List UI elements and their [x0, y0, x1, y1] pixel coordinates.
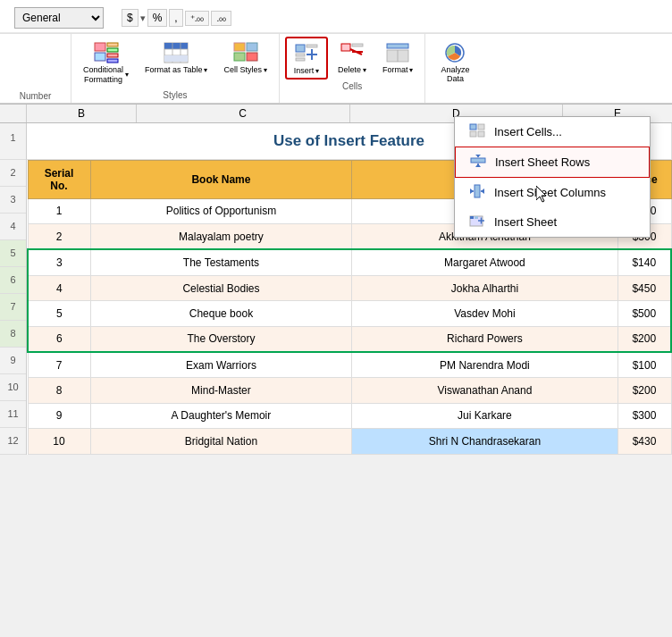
- analyze-data-icon: [441, 40, 469, 65]
- insert-button[interactable]: Insert▾: [285, 37, 328, 80]
- svg-rect-34: [478, 131, 484, 137]
- cell-price-5[interactable]: $500: [617, 301, 671, 326]
- row-num-4: 6: [0, 267, 26, 294]
- svg-rect-1: [95, 53, 105, 61]
- cell-book-2[interactable]: Malayalam poetry: [90, 223, 352, 249]
- cell-price-3[interactable]: $140: [617, 249, 671, 275]
- delete-label: Delete▾: [338, 65, 366, 74]
- svg-rect-23: [341, 44, 350, 51]
- cell-price-10[interactable]: $430: [617, 429, 671, 454]
- col-header-c[interactable]: C: [137, 105, 350, 122]
- svg-rect-24: [352, 44, 363, 46]
- format-icon: [383, 40, 412, 65]
- table-row: 8 Mind-Master Viswanathan Anand $200: [28, 378, 671, 403]
- analyze-data-button[interactable]: AnalyzeData: [434, 37, 475, 87]
- decrease-decimal-button[interactable]: ⁺.₀₀: [185, 11, 210, 26]
- cell-author-3[interactable]: Margaret Atwood: [352, 249, 617, 275]
- svg-marker-39: [475, 163, 481, 167]
- cell-serial-2[interactable]: 2: [28, 223, 90, 249]
- table-row: 6 The Overstory Richard Powers $200: [28, 326, 671, 352]
- cell-author-4[interactable]: Jokha Alharthi: [352, 275, 617, 300]
- cell-book-7[interactable]: Exam Warriors: [90, 352, 352, 378]
- cell-book-3[interactable]: The Testaments: [90, 249, 352, 275]
- conditional-formatting-button[interactable]: ConditionalFormatting▾: [77, 37, 135, 88]
- row-num-header: 2: [0, 160, 26, 187]
- row-num-7: 9: [0, 348, 26, 374]
- svg-rect-12: [164, 55, 188, 62]
- format-as-table-icon: [162, 40, 190, 65]
- svg-rect-7: [164, 43, 188, 49]
- cell-author-10[interactable]: Shri N Chandrasekaran: [352, 429, 617, 454]
- cell-book-8[interactable]: Mind-Master: [90, 378, 352, 403]
- format-button[interactable]: Format▾: [376, 37, 420, 78]
- cell-serial-10[interactable]: 10: [28, 429, 90, 454]
- number-format-row: $ ▾ % , ⁺.₀₀ .₀₀: [122, 9, 231, 27]
- font-format-selector[interactable]: General: [14, 7, 104, 29]
- format-as-table-button[interactable]: Format as Table▾: [139, 37, 214, 79]
- cell-serial-8[interactable]: 8: [28, 378, 90, 403]
- cell-author-5[interactable]: Vasdev Mohi: [352, 301, 617, 326]
- cell-author-7[interactable]: PM Narendra Modi: [352, 352, 617, 378]
- format-as-table-label: Format as Table▾: [145, 65, 207, 75]
- cell-serial-7[interactable]: 7: [28, 352, 90, 378]
- svg-rect-5: [107, 59, 118, 63]
- svg-marker-44: [481, 189, 484, 194]
- currency-button[interactable]: $: [122, 9, 139, 27]
- insert-label: Insert▾: [294, 66, 320, 75]
- header-serial: Serial No.: [28, 160, 90, 198]
- row-num-8: 10: [0, 374, 26, 401]
- cell-book-9[interactable]: A Daughter's Memoir: [90, 403, 352, 428]
- cell-serial-4[interactable]: 4: [28, 275, 90, 300]
- svg-rect-0: [95, 43, 105, 51]
- row-num-2: 4: [0, 214, 26, 240]
- cell-serial-5[interactable]: 5: [28, 301, 90, 326]
- cell-author-6[interactable]: Richard Powers: [352, 326, 617, 352]
- insert-cells-item[interactable]: Insert Cells...: [455, 117, 650, 147]
- svg-rect-47: [475, 216, 478, 219]
- styles-buttons: ConditionalFormatting▾: [77, 37, 273, 88]
- cell-price-9[interactable]: $300: [617, 403, 671, 428]
- cell-price-7[interactable]: $100: [617, 352, 671, 378]
- cell-author-8[interactable]: Viswanathan Anand: [352, 378, 617, 403]
- svg-rect-18: [307, 45, 317, 47]
- cell-author-9[interactable]: Jui Karkare: [352, 403, 617, 428]
- comma-button[interactable]: ,: [169, 9, 182, 27]
- cell-book-6[interactable]: The Overstory: [90, 326, 352, 352]
- insert-sheet-item[interactable]: Insert Sheet: [455, 207, 650, 237]
- increase-decimal-button[interactable]: .₀₀: [211, 11, 231, 26]
- cell-serial-3[interactable]: 3: [28, 249, 90, 275]
- insert-dropdown-menu: Insert Cells... Insert Sheet Rows Insert: [454, 116, 651, 238]
- ribbon-sections: Number: [0, 33, 672, 103]
- dropdown-arrow: ▾: [140, 13, 146, 24]
- cell-serial-9[interactable]: 9: [28, 403, 90, 428]
- ribbon-top-row: General $ ▾ % , ⁺.₀₀ .₀₀: [0, 4, 672, 33]
- cell-book-4[interactable]: Celestial Bodies: [90, 275, 352, 300]
- insert-sheet-columns-item[interactable]: Insert Sheet Columns: [455, 178, 650, 207]
- insert-sheet-rows-label: Insert Sheet Rows: [495, 155, 590, 169]
- cell-price-8[interactable]: $200: [617, 378, 671, 403]
- format-label: Format▾: [382, 65, 414, 74]
- svg-marker-37: [475, 155, 481, 157]
- table-row: 4 Celestial Bodies Jokha Alharthi $450: [28, 275, 671, 300]
- svg-rect-4: [107, 54, 118, 57]
- svg-rect-31: [470, 124, 476, 130]
- col-header-b[interactable]: B: [27, 105, 137, 122]
- row-numbers-column: 2 3 4 5 6 7 8 9 10 11 12: [0, 160, 27, 455]
- cell-price-6[interactable]: $200: [617, 326, 671, 352]
- cell-book-10[interactable]: Bridgital Nation: [90, 429, 352, 454]
- cell-book-1[interactable]: Politics of Opportunism: [90, 198, 352, 223]
- insert-sheet-rows-item[interactable]: Insert Sheet Rows: [455, 147, 650, 178]
- cell-serial-1[interactable]: 1: [28, 198, 90, 223]
- svg-rect-20: [296, 58, 305, 61]
- svg-rect-13: [234, 43, 245, 51]
- insert-sheet-columns-icon: [469, 184, 485, 201]
- delete-button[interactable]: Delete▾: [332, 37, 373, 78]
- table-row: 9 A Daughter's Memoir Jui Karkare $300: [28, 403, 671, 428]
- percent-button[interactable]: %: [147, 9, 168, 27]
- cell-styles-label: Cell Styles▾: [223, 65, 267, 74]
- cell-serial-6[interactable]: 6: [28, 326, 90, 352]
- svg-rect-33: [470, 131, 476, 137]
- cell-book-5[interactable]: Cheque book: [90, 301, 352, 326]
- cell-styles-button[interactable]: Cell Styles▾: [217, 37, 273, 78]
- cell-price-4[interactable]: $450: [617, 275, 671, 300]
